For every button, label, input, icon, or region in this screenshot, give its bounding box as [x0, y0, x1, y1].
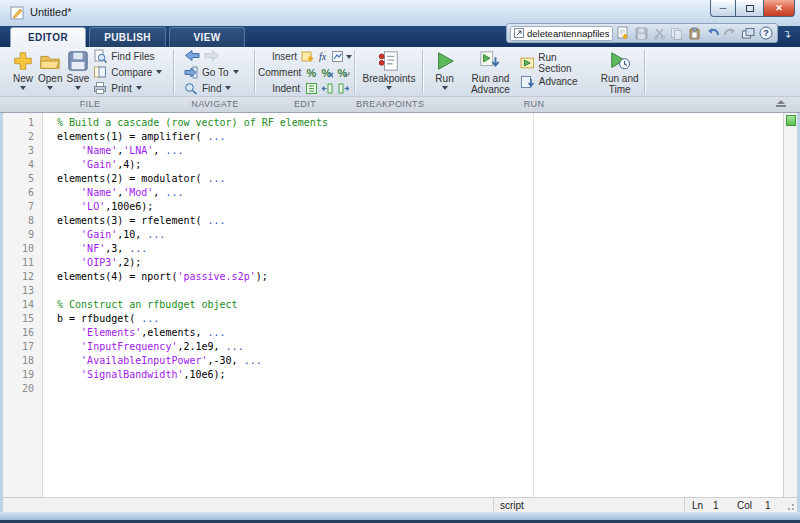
smart-indent-button[interactable]	[304, 82, 318, 95]
code-line[interactable]: 'SignalBandwidth',10e6);	[57, 369, 797, 383]
shortcuts-arrow-icon[interactable]: ↴	[782, 28, 791, 41]
forward-button[interactable]	[204, 49, 220, 64]
tab-editor[interactable]: EDITOR	[10, 27, 86, 47]
new-button[interactable]: New	[12, 47, 34, 97]
code-line[interactable]: 'Gain',10, ...	[57, 229, 797, 243]
line-number[interactable]: 7	[3, 201, 42, 215]
line-label: Ln	[692, 500, 703, 511]
line-number[interactable]: 18	[3, 355, 42, 369]
redo-button[interactable]	[722, 25, 738, 42]
insert-dropdown-icon	[346, 55, 352, 59]
code-editor[interactable]: 1234567891011121314151617181920 % Build …	[3, 113, 797, 497]
code-line[interactable]: 'Name','LNA', ...	[57, 145, 797, 159]
line-number[interactable]: 14	[3, 299, 42, 313]
collapse-ribbon-button[interactable]	[774, 100, 788, 110]
resize-grip[interactable]	[785, 501, 794, 510]
run-and-time-button[interactable]: Run and Time	[597, 47, 642, 97]
code-line[interactable]: elements(1) = amplifier( ...	[57, 131, 797, 145]
back-button[interactable]	[184, 49, 200, 64]
indent-right-button[interactable]	[336, 82, 350, 95]
line-number[interactable]: 6	[3, 187, 42, 201]
insert-function-button[interactable]: fx	[316, 50, 329, 63]
comment-button[interactable]: %	[304, 66, 318, 79]
tab-publish[interactable]: PUBLISH	[89, 27, 166, 47]
svg-text:?: ?	[763, 28, 769, 38]
paste-button[interactable]	[687, 25, 703, 42]
code-line[interactable]: b = rfbudget( ...	[57, 313, 797, 327]
breakpoints-button[interactable]: Breakpoints	[363, 47, 416, 97]
insert-chart-button[interactable]	[331, 50, 344, 63]
line-number[interactable]: 1	[3, 117, 42, 131]
print-button[interactable]: Print	[93, 80, 162, 96]
code-line[interactable]: 'Elements',elements, ...	[57, 327, 797, 341]
svg-text:%: %	[306, 66, 316, 78]
new-script-button[interactable]	[615, 25, 631, 42]
line-number[interactable]: 8	[3, 215, 42, 229]
cut-button[interactable]	[651, 25, 667, 42]
code-line[interactable]: 'OIP3',2);	[57, 257, 797, 271]
copy-button[interactable]	[669, 25, 685, 42]
minimize-button[interactable]: ─	[710, 0, 736, 17]
run-button[interactable]: Run	[428, 47, 461, 97]
window-border-left	[0, 113, 3, 512]
line-number[interactable]: 4	[3, 159, 42, 173]
code-line[interactable]	[57, 383, 797, 397]
line-number[interactable]: 20	[3, 383, 42, 397]
code-line[interactable]: 'NF',3, ...	[57, 243, 797, 257]
code-line[interactable]: 'LO',100e6);	[57, 201, 797, 215]
edit-section-label: EDIT	[256, 99, 354, 109]
window-layout-button[interactable]	[740, 25, 756, 42]
advance-button[interactable]: Advance	[520, 74, 591, 90]
maximize-button[interactable]	[736, 0, 763, 17]
wrap-comments-button[interactable]: %	[336, 66, 350, 79]
save-button[interactable]: Save	[66, 47, 89, 97]
line-number[interactable]: 17	[3, 341, 42, 355]
code-line[interactable]: 'Gain',4);	[57, 159, 797, 173]
open-button[interactable]: Open	[38, 47, 62, 97]
matlab-editor-window: Untitled* ─ ✕ EDITOR PUBLISH VIEW delete…	[0, 0, 800, 523]
line-number[interactable]: 2	[3, 131, 42, 145]
code-line[interactable]: 'InputFrequency',2.1e9, ...	[57, 341, 797, 355]
code-line[interactable]	[57, 285, 797, 299]
close-button[interactable]: ✕	[763, 0, 795, 17]
save-quick-button[interactable]	[633, 25, 649, 42]
find-button[interactable]: Find	[184, 80, 252, 96]
compare-button[interactable]: Compare	[93, 64, 162, 80]
window-controls: ─ ✕	[710, 0, 795, 17]
line-number[interactable]: 9	[3, 229, 42, 243]
search-box[interactable]: deleteantennapfiles	[510, 26, 613, 41]
insert-section-button[interactable]	[301, 50, 314, 63]
code-line[interactable]: % Build a cascade (row vector) of RF ele…	[57, 117, 797, 131]
tab-view[interactable]: VIEW	[169, 27, 245, 47]
line-number[interactable]: 12	[3, 271, 42, 285]
line-number[interactable]: 15	[3, 313, 42, 327]
line-number[interactable]: 3	[3, 145, 42, 159]
line-number-gutter[interactable]: 1234567891011121314151617181920	[3, 113, 43, 497]
paste-icon	[688, 27, 701, 40]
line-number[interactable]: 16	[3, 327, 42, 341]
code-line[interactable]: elements(3) = rfelement( ...	[57, 215, 797, 229]
line-number[interactable]: 19	[3, 369, 42, 383]
line-number[interactable]: 5	[3, 173, 42, 187]
indent-left-button[interactable]	[320, 82, 334, 95]
help-button[interactable]: ?	[758, 25, 774, 42]
code-line[interactable]: 'AvailableInputPower',-30, ...	[57, 355, 797, 369]
line-number[interactable]: 11	[3, 257, 42, 271]
go-to-button[interactable]: Go To	[184, 64, 252, 80]
collapse-ribbon-bar	[776, 105, 786, 107]
code-line[interactable]: elements(2) = modulator( ...	[57, 173, 797, 187]
uncomment-button[interactable]: %	[320, 66, 334, 79]
find-files-button[interactable]: Find Files	[93, 48, 162, 64]
code-lines[interactable]: % Build a cascade (row vector) of RF ele…	[44, 113, 797, 497]
code-line[interactable]: 'Name','Mod', ...	[57, 187, 797, 201]
code-line[interactable]: % Construct an rfbudget object	[57, 299, 797, 313]
line-number[interactable]: 13	[3, 285, 42, 299]
code-ok-indicator[interactable]	[786, 115, 796, 126]
line-number[interactable]: 10	[3, 243, 42, 257]
undo-button[interactable]	[705, 25, 721, 42]
code-line[interactable]: elements(4) = nport('passive.s2p');	[57, 271, 797, 285]
run-section-button[interactable]: Run Section	[520, 55, 591, 71]
message-bar[interactable]	[783, 113, 797, 497]
breakpoints-section-label: BREAKPOINTS	[356, 99, 422, 109]
run-and-advance-button[interactable]: Run and Advance	[467, 47, 514, 97]
